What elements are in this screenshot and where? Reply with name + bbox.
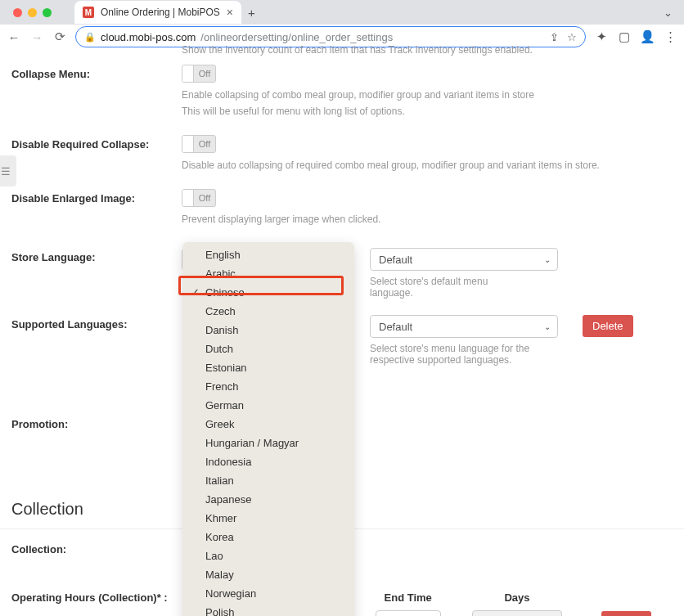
collapse-menu-help1: Enable collapsing of combo meal group, m… <box>182 89 673 101</box>
supported-language-default-value: Default <box>379 321 412 333</box>
collapse-menu-help2: This will be useful for menu with long l… <box>182 106 673 117</box>
collapse-menu-toggle[interactable]: Off <box>182 65 216 83</box>
language-option[interactable]: Danish <box>182 321 354 339</box>
store-language-default-value: Default <box>379 254 412 266</box>
reload-button[interactable]: ⟳ <box>52 29 67 44</box>
language-option[interactable]: Korea <box>182 528 354 546</box>
panel-icon[interactable]: ▢ <box>617 29 632 44</box>
store-language-help: Select store's default menu language. <box>370 276 533 299</box>
language-option[interactable]: Chinese <box>182 283 354 302</box>
disable-enlarged-help: Prevent displaying larger image when cli… <box>182 214 673 225</box>
supported-language-delete-button[interactable]: Delete <box>583 315 633 337</box>
language-option[interactable]: Czech <box>182 302 354 321</box>
language-dropdown[interactable]: EnglishArabicChineseCzechDanishDutchEsto… <box>182 242 354 616</box>
end-time-input[interactable] <box>376 610 441 616</box>
disable-enlarged-row: Disable Enlarged Image: Off Prevent disp… <box>0 185 684 229</box>
language-option[interactable]: Hungarian / Magyar <box>182 434 354 452</box>
chevron-down-icon: ⌄ <box>544 322 551 331</box>
extensions-icon[interactable]: ✦ <box>594 29 609 44</box>
language-option[interactable]: English <box>182 245 354 264</box>
collapse-menu-row: Collapse Menu: Off Enable collapsing of … <box>0 61 684 121</box>
tab-close-icon[interactable]: × <box>227 6 233 19</box>
window-close-button[interactable] <box>13 8 22 17</box>
new-tab-button[interactable]: + <box>248 6 255 20</box>
supported-language-help: Select store's menu language for the res… <box>370 343 533 366</box>
supported-language-default-select[interactable]: Default ⌄ <box>370 315 558 338</box>
language-option[interactable]: Arabic <box>182 264 354 283</box>
star-icon[interactable]: ☆ <box>567 31 577 43</box>
collapse-menu-label: Collapse Menu: <box>11 65 182 80</box>
language-option[interactable]: German <box>182 396 354 415</box>
toggle-knob <box>182 136 194 152</box>
chevron-down-icon: ⌄ <box>544 255 551 264</box>
language-option[interactable]: Khmer <box>182 509 354 528</box>
tab-strip: M Online Ordering | MobiPOS × + ⌄ <box>0 0 684 25</box>
disable-required-row: Disable Required Collapse: Off Disable a… <box>0 131 684 175</box>
language-option[interactable]: Norwegian <box>182 584 354 603</box>
disable-enlarged-label: Disable Enlarged Image: <box>11 189 182 205</box>
language-option[interactable]: Dutch <box>182 339 354 358</box>
disable-required-label: Disable Required Collapse: <box>11 135 182 151</box>
window-minimize-button[interactable] <box>28 8 37 17</box>
forward-button: → <box>29 30 44 44</box>
operating-hours-delete-button[interactable]: Delete <box>601 611 652 617</box>
window-zoom-button[interactable] <box>43 8 52 17</box>
share-icon[interactable]: ⇪ <box>550 31 559 43</box>
page-content: Show the inventory count of each item th… <box>0 49 684 616</box>
disable-required-help: Disable auto collapsing of required comb… <box>182 160 673 171</box>
language-option[interactable]: Indonesia <box>182 452 354 471</box>
url-path: /onlineordersetting/online_order_setting… <box>200 31 393 43</box>
toggle-text: Off <box>194 69 215 79</box>
operating-hours-label: Operating Hours (Collection)* : <box>11 588 182 604</box>
toggle-knob <box>182 190 194 206</box>
language-option[interactable]: Lao <box>182 546 354 565</box>
truncated-help-text: Show the inventory count of each item th… <box>0 44 684 61</box>
disable-enlarged-toggle[interactable]: Off <box>182 189 216 207</box>
days-header: Days <box>504 591 529 604</box>
language-option[interactable]: Italian <box>182 471 354 490</box>
supported-languages-label: Supported Languages: <box>11 315 182 330</box>
browser-tab[interactable]: M Online Ordering | MobiPOS × <box>74 1 241 24</box>
url-domain: cloud.mobi-pos.com <box>101 31 196 43</box>
menu-icon[interactable]: ⋮ <box>663 29 677 44</box>
disable-required-toggle[interactable]: Off <box>182 135 216 153</box>
language-option[interactable]: French <box>182 377 354 396</box>
lock-icon: 🔒 <box>84 32 96 43</box>
side-drawer-handle[interactable]: ☰ <box>0 155 16 187</box>
toggle-knob <box>182 65 194 82</box>
store-language-default-select[interactable]: Default ⌄ <box>370 248 558 271</box>
language-option[interactable]: Polish <box>182 603 354 616</box>
traffic-lights <box>7 8 58 17</box>
toggle-text: Off <box>194 139 215 149</box>
profile-icon[interactable]: 👤 <box>640 29 655 44</box>
tab-title: Online Ordering | MobiPOS <box>101 7 220 18</box>
days-select[interactable]: Everyday <box>472 610 562 616</box>
collection-label: Collection: <box>11 540 182 555</box>
browser-chrome: M Online Ordering | MobiPOS × + ⌄ ← → ⟳ … <box>0 0 684 49</box>
language-option[interactable]: Japanese <box>182 490 354 509</box>
language-option[interactable]: Estonian <box>182 358 354 377</box>
favicon-icon: M <box>83 7 94 18</box>
language-option[interactable]: Malay <box>182 565 354 584</box>
promotion-label: Promotion: <box>11 415 182 430</box>
chevron-down-icon[interactable]: ⌄ <box>664 7 673 19</box>
end-time-header: End Time <box>385 591 432 604</box>
toggle-text: Off <box>194 193 215 203</box>
back-button[interactable]: ← <box>7 30 21 44</box>
language-option[interactable]: Greek <box>182 415 354 434</box>
store-language-label: Store Language: <box>11 248 182 263</box>
